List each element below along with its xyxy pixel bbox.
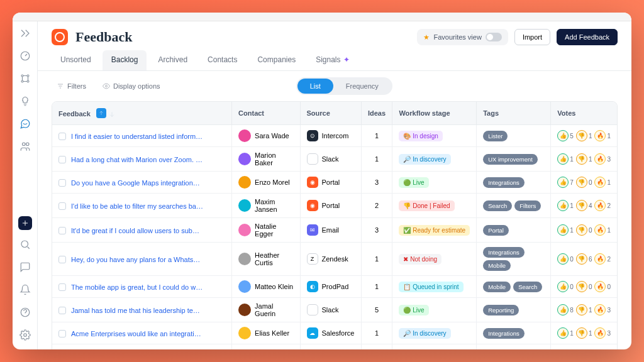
checkbox[interactable] <box>58 156 66 163</box>
feedback-text[interactable]: Hey, do you have any plans for a WhatsAp… <box>71 256 203 263</box>
tag[interactable]: Filters <box>514 200 541 211</box>
vote-fire[interactable]: 🔥3 <box>594 327 611 339</box>
vote-down[interactable]: 👎4 <box>576 200 592 211</box>
col-contact[interactable]: Contact <box>232 102 300 125</box>
vote-down[interactable]: 👎1 <box>576 130 592 141</box>
col-feedback[interactable]: Feedback <box>52 102 232 125</box>
checkbox[interactable] <box>58 330 66 337</box>
tag[interactable]: Lister <box>483 131 508 141</box>
vote-up[interactable]: 👍7 <box>557 177 574 188</box>
contact-cell[interactable]: Marion Baker <box>238 151 293 167</box>
tab-companies[interactable]: Companies <box>248 50 304 70</box>
checkbox[interactable] <box>58 227 66 234</box>
feedback-text[interactable]: I'd like to be able to filter my searche… <box>71 202 203 210</box>
vote-fire[interactable]: 🔥3 <box>594 153 611 165</box>
add-feedback-button[interactable]: Add Feedback <box>557 29 618 45</box>
col-votes[interactable]: Votes <box>551 102 617 125</box>
col-stage[interactable]: Workflow stage <box>392 102 477 125</box>
checkbox[interactable] <box>58 133 66 140</box>
feedback-text[interactable]: Jamal has told me that his leadership te… <box>71 307 203 314</box>
favourites-toggle[interactable]: ★ Favourites view <box>417 29 508 45</box>
vote-down[interactable]: 👎1 <box>576 153 592 165</box>
feedback-text[interactable]: I find it easier to understand listed in… <box>71 133 203 140</box>
vote-fire[interactable]: 🔥2 <box>594 253 611 265</box>
tag[interactable]: Search <box>483 200 512 211</box>
vote-fire[interactable]: 🔥2 <box>594 200 611 211</box>
feedback-text[interactable]: Acme Enterprises would like an integrati… <box>71 330 203 337</box>
col-tags[interactable]: Tags <box>477 102 551 125</box>
tag[interactable]: Portal <box>483 225 509 236</box>
vote-up[interactable]: 👍8 <box>557 304 574 315</box>
vote-up[interactable]: 👍1 <box>557 200 574 211</box>
vote-up[interactable]: 👍0 <box>557 253 574 265</box>
settings-icon[interactable] <box>19 329 31 343</box>
checkbox[interactable] <box>58 256 66 263</box>
chat-icon[interactable] <box>19 261 31 275</box>
checkbox[interactable] <box>58 202 66 210</box>
tag[interactable]: UX improvement <box>483 154 538 165</box>
collapse-icon[interactable] <box>19 28 31 41</box>
display-options-button[interactable]: Display options <box>97 79 165 93</box>
checkbox[interactable] <box>58 307 66 314</box>
roadmap-icon[interactable] <box>19 73 31 87</box>
vote-down[interactable]: 👎0 <box>576 224 592 236</box>
tag[interactable]: Mobile <box>483 260 511 271</box>
tab-unsorted[interactable]: Unsorted <box>52 50 100 70</box>
vote-down[interactable]: 👎1 <box>576 304 592 315</box>
add-button[interactable] <box>18 216 32 230</box>
contact-cell[interactable]: Jamal Guerin <box>238 302 293 317</box>
contact-cell[interactable]: Natalie Egger <box>238 222 293 238</box>
vote-fire[interactable]: 🔥1 <box>594 224 611 236</box>
checkbox[interactable] <box>58 283 66 291</box>
feedback-text[interactable]: The mobile app is great, but I could do … <box>71 283 203 291</box>
tag[interactable]: Integrations <box>483 247 525 258</box>
vote-down[interactable]: 👎6 <box>576 253 592 265</box>
bell-icon[interactable] <box>19 284 31 298</box>
dashboard-icon[interactable] <box>19 50 31 64</box>
checkbox[interactable] <box>58 179 66 187</box>
tag[interactable]: Integrations <box>483 177 525 188</box>
feedback-text[interactable]: Do you have a Google Maps integration? I… <box>71 179 203 187</box>
tag[interactable]: Mobile <box>483 282 511 292</box>
tag[interactable]: Search <box>513 282 542 292</box>
tab-backlog[interactable]: Backlog <box>103 50 147 70</box>
vote-fire[interactable]: 🔥0 <box>594 281 611 292</box>
contact-cell[interactable]: Matteo Klein <box>238 280 293 293</box>
contact-cell[interactable]: Sara Wade <box>238 129 293 142</box>
vote-up[interactable]: 👍1 <box>557 327 574 339</box>
tag[interactable]: Reporting <box>483 305 519 315</box>
vote-fire[interactable]: 🔥1 <box>594 130 611 141</box>
contact-cell[interactable]: Enzo Morel <box>238 176 293 189</box>
tab-signals[interactable]: Signals✦ <box>307 50 358 70</box>
contact-cell[interactable]: Heather Curtis <box>238 251 293 266</box>
help-icon[interactable] <box>19 307 31 321</box>
import-button[interactable]: Import <box>514 29 550 45</box>
feedback-text[interactable]: It'd be great if I could allow users to … <box>71 227 203 234</box>
contact-cell[interactable]: Maxim Jansen <box>238 198 293 213</box>
vote-down[interactable]: 👎1 <box>576 327 592 339</box>
vote-fire[interactable]: 🔥1 <box>594 177 611 188</box>
vote-count: 1 <box>589 156 592 163</box>
vote-up[interactable]: 👍1 <box>557 153 574 165</box>
tab-archived[interactable]: Archived <box>149 50 196 70</box>
vote-fire[interactable]: 🔥3 <box>594 304 611 315</box>
vote-down[interactable]: 👎0 <box>576 177 592 188</box>
contact-cell[interactable]: Elias Keller <box>238 327 293 339</box>
search-icon[interactable] <box>19 239 31 253</box>
vote-down[interactable]: 👎0 <box>576 281 592 292</box>
teams-icon[interactable] <box>19 141 31 155</box>
col-ideas[interactable]: Ideas <box>362 102 393 125</box>
contact-cell[interactable]: Elsa Renault <box>238 349 293 349</box>
view-frequency[interactable]: Frequency <box>333 79 391 94</box>
feedback-icon[interactable] <box>19 118 31 132</box>
tab-contacts[interactable]: Contacts <box>199 50 246 70</box>
view-list[interactable]: List <box>297 79 333 94</box>
tag[interactable]: Integrations <box>483 328 525 339</box>
vote-up[interactable]: 👍5 <box>557 130 574 141</box>
vote-up[interactable]: 👍0 <box>557 281 574 292</box>
feedback-text[interactable]: Had a long chat with Marion over Zoom. S… <box>71 156 203 163</box>
filters-button[interactable]: Filters <box>52 79 91 93</box>
col-source[interactable]: Source <box>301 102 362 125</box>
ideas-icon[interactable] <box>19 96 31 109</box>
vote-up[interactable]: 👍1 <box>557 224 574 236</box>
